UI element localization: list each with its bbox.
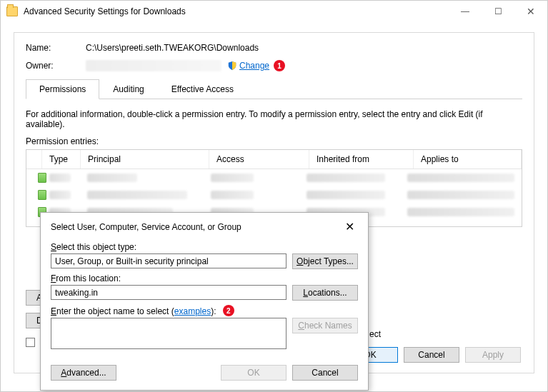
entries-label: Permission entries:: [26, 136, 522, 146]
name-value: C:\Users\preeti.seth.TWEAKORG\Downloads: [86, 43, 259, 53]
name-row: Name: C:\Users\preeti.seth.TWEAKORG\Down…: [26, 43, 522, 53]
owner-row: Owner: Change 1: [26, 60, 522, 71]
tab-permissions[interactable]: Permissions: [26, 79, 99, 99]
col-empty: [26, 150, 42, 169]
background-text-fragment: ect: [369, 329, 381, 339]
close-button[interactable]: ✕: [514, 1, 547, 22]
table-row[interactable]: [26, 169, 522, 186]
dialog2-cancel-button[interactable]: Cancel: [292, 365, 358, 381]
callout-1: 1: [274, 60, 285, 71]
maximize-button[interactable]: ☐: [482, 1, 514, 22]
info-text: For additional information, double-click…: [26, 109, 522, 129]
tab-effective-access[interactable]: Effective Access: [158, 79, 247, 99]
dialog-buttons: OK Cancel Apply: [342, 347, 521, 363]
location-field[interactable]: [51, 285, 287, 300]
window-title: Advanced Security Settings for Downloads: [24, 6, 449, 16]
locations-button[interactable]: Locations...: [292, 285, 358, 301]
check-names-button[interactable]: Check Names: [292, 318, 358, 333]
dialog2-close-button[interactable]: ✕: [341, 220, 358, 233]
dialog2-ok-button[interactable]: OK: [221, 365, 287, 381]
folder-icon: [6, 6, 18, 16]
shield-icon: [227, 61, 237, 71]
titlebar: Advanced Security Settings for Downloads…: [1, 1, 547, 22]
col-applies[interactable]: Applies to: [414, 150, 522, 169]
object-type-field[interactable]: [51, 253, 287, 268]
table-row[interactable]: [26, 186, 522, 203]
object-name-input[interactable]: [51, 318, 287, 349]
entry-icon: [38, 173, 46, 183]
entry-icon: [38, 190, 46, 200]
minimize-button[interactable]: —: [449, 1, 482, 22]
col-principal[interactable]: Principal: [81, 150, 209, 169]
owner-label: Owner:: [26, 61, 86, 71]
permission-table-header: Type Principal Access Inherited from App…: [26, 150, 522, 169]
replace-checkbox[interactable]: [26, 338, 35, 347]
cancel-button[interactable]: Cancel: [404, 347, 459, 363]
examples-link[interactable]: examples: [174, 306, 211, 316]
col-inherited[interactable]: Inherited from: [309, 150, 414, 169]
enter-name-label: Enter the object name to select (example…: [51, 305, 358, 316]
select-user-dialog: Select User, Computer, Service Account, …: [40, 212, 369, 391]
dialog2-title: Select User, Computer, Service Account, …: [51, 222, 341, 232]
main-window: Advanced Security Settings for Downloads…: [0, 0, 548, 392]
dialog2-titlebar: Select User, Computer, Service Account, …: [51, 220, 358, 233]
object-type-label: Select this object type:: [51, 242, 358, 252]
callout-2: 2: [223, 305, 234, 316]
col-type[interactable]: Type: [42, 150, 81, 169]
location-label: From this location:: [51, 273, 358, 283]
tab-auditing[interactable]: Auditing: [99, 79, 157, 99]
window-controls: — ☐ ✕: [449, 1, 547, 22]
object-types-button[interactable]: Object Types...: [292, 253, 358, 269]
owner-value-redacted: [86, 60, 221, 71]
change-owner-link[interactable]: Change: [239, 61, 269, 71]
apply-button[interactable]: Apply: [465, 347, 521, 363]
name-label: Name:: [26, 43, 86, 53]
col-access[interactable]: Access: [209, 150, 309, 169]
advanced-button[interactable]: Advanced...: [51, 365, 116, 381]
tab-row: Permissions Auditing Effective Access: [26, 79, 522, 99]
